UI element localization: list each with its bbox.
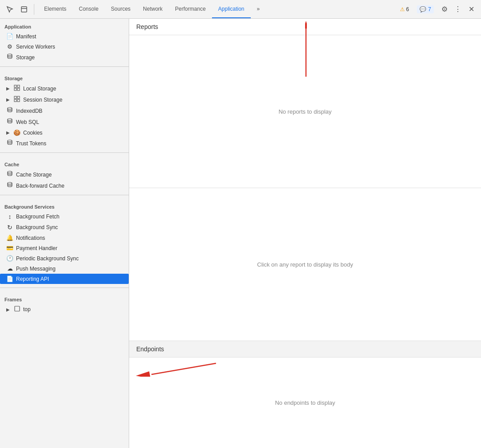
- sidebar-item-indexeddb[interactable]: IndexedDB: [0, 105, 129, 116]
- endpoints-empty-label: No endpoints to display: [275, 399, 335, 406]
- svg-rect-3: [14, 85, 16, 87]
- manifest-icon: 📄: [6, 33, 13, 40]
- more-icon[interactable]: ⋮: [452, 3, 464, 16]
- sidebar-item-notifications[interactable]: 🔔 Notifications: [0, 233, 129, 243]
- storage-label: Storage: [16, 54, 35, 61]
- svg-rect-9: [14, 99, 16, 102]
- svg-point-15: [8, 182, 12, 184]
- sidebar-item-periodic-bg-sync[interactable]: 🕐 Periodic Background Sync: [0, 253, 129, 263]
- periodic-bg-sync-label: Periodic Background Sync: [16, 255, 79, 262]
- dock-icon[interactable]: [18, 3, 30, 16]
- top-frame-label: top: [23, 306, 31, 312]
- endpoints-title: Endpoints: [136, 345, 164, 353]
- reports-title: Reports: [136, 23, 158, 30]
- web-sql-icon: [6, 118, 13, 126]
- web-sql-label: Web SQL: [16, 119, 39, 125]
- cursor-icon[interactable]: [4, 3, 16, 16]
- payment-handler-label: Payment Handler: [16, 245, 57, 251]
- section-background: Background Services: [0, 199, 129, 211]
- sidebar-item-manifest[interactable]: 📄 Manifest: [0, 31, 129, 41]
- warning-count: 6: [406, 6, 409, 12]
- svg-point-12: [8, 119, 12, 120]
- endpoints-body: No endpoints to display: [129, 358, 481, 448]
- section-frames: Frames: [0, 292, 129, 304]
- sidebar: Application 📄 Manifest ⚙ Service Workers…: [0, 19, 129, 448]
- periodic-bg-sync-icon: 🕐: [6, 255, 13, 262]
- sidebar-item-storage[interactable]: Storage: [0, 52, 129, 63]
- sidebar-item-top-frame[interactable]: ▶ top: [0, 304, 129, 315]
- divider-3: [0, 195, 129, 195]
- indexeddb-label: IndexedDB: [16, 108, 42, 114]
- tabs: Elements Console Sources Network Perform…: [38, 0, 395, 18]
- back-forward-cache-label: Back-forward Cache: [16, 183, 65, 189]
- sidebar-item-back-forward-cache[interactable]: Back-forward Cache: [0, 180, 129, 191]
- reporting-api-label: Reporting API: [16, 276, 49, 282]
- sidebar-item-web-sql[interactable]: Web SQL: [0, 116, 129, 127]
- sidebar-item-session-storage[interactable]: ▶ Session Storage: [0, 94, 129, 105]
- content-area: Reports No reports to display Click on a…: [129, 19, 481, 448]
- svg-rect-5: [14, 88, 16, 90]
- settings-icon[interactable]: ⚙: [438, 3, 451, 16]
- message-count: 7: [428, 6, 431, 12]
- push-messaging-icon: ☁: [6, 265, 13, 272]
- svg-point-14: [8, 171, 12, 173]
- body-hint-label: Click on any report to display its body: [257, 261, 353, 268]
- divider: [34, 4, 34, 15]
- section-cache: Cache: [0, 156, 129, 169]
- reporting-api-icon: 📄: [6, 275, 13, 282]
- sidebar-item-cookies[interactable]: ▶ 🍪 Cookies: [0, 127, 129, 138]
- storage-icon: [6, 53, 13, 61]
- frame-icon: [13, 306, 20, 313]
- close-icon[interactable]: ✕: [465, 3, 477, 16]
- expand-local-storage-icon: ▶: [6, 86, 10, 91]
- push-messaging-label: Push Messaging: [16, 266, 56, 272]
- expand-session-storage-icon: ▶: [6, 97, 10, 102]
- cache-storage-icon: [6, 171, 13, 178]
- divider-2: [0, 152, 129, 153]
- svg-rect-7: [14, 96, 16, 99]
- cookies-icon: 🍪: [13, 129, 20, 136]
- tab-sources[interactable]: Sources: [105, 0, 137, 18]
- svg-rect-16: [15, 306, 20, 311]
- tab-more[interactable]: »: [251, 0, 266, 18]
- expand-cookies-icon: ▶: [6, 130, 10, 135]
- tab-performance[interactable]: Performance: [169, 0, 212, 18]
- tab-console[interactable]: Console: [73, 0, 105, 18]
- background-fetch-icon: ↕: [6, 213, 13, 220]
- svg-point-13: [8, 140, 12, 142]
- tab-elements[interactable]: Elements: [38, 0, 73, 18]
- cache-storage-label: Cache Storage: [16, 172, 52, 178]
- sidebar-item-payment-handler[interactable]: 💳 Payment Handler: [0, 243, 129, 253]
- expand-top-icon: ▶: [6, 307, 10, 312]
- session-storage-label: Session Storage: [23, 97, 62, 103]
- svg-point-2: [8, 54, 12, 56]
- sidebar-item-push-messaging[interactable]: ☁ Push Messaging: [0, 263, 129, 274]
- sidebar-item-trust-tokens[interactable]: Trust Tokens: [0, 138, 129, 149]
- svg-rect-0: [21, 7, 27, 12]
- background-sync-icon: ↻: [6, 224, 13, 231]
- session-storage-icon: [13, 96, 20, 103]
- sidebar-item-background-fetch[interactable]: ↕ Background Fetch: [0, 211, 129, 222]
- sidebar-item-service-workers[interactable]: ⚙ Service Workers: [0, 41, 129, 52]
- svg-rect-10: [17, 99, 20, 102]
- tab-network[interactable]: Network: [137, 0, 169, 18]
- trust-tokens-label: Trust Tokens: [16, 140, 46, 147]
- local-storage-icon: [13, 85, 20, 92]
- indexeddb-icon: [6, 107, 13, 115]
- topbar-actions: ⚠ 6 💬 7 ⚙ ⋮ ✕: [396, 3, 477, 16]
- background-sync-label: Background Sync: [16, 224, 58, 230]
- tab-application[interactable]: Application: [212, 0, 251, 18]
- warning-badge[interactable]: ⚠ 6: [396, 5, 413, 14]
- sidebar-item-local-storage[interactable]: ▶ Local Storage: [0, 83, 129, 94]
- topbar: Elements Console Sources Network Perform…: [0, 0, 481, 19]
- endpoints-header: Endpoints: [129, 341, 481, 358]
- cookies-label: Cookies: [23, 130, 42, 136]
- sidebar-item-background-sync[interactable]: ↻ Background Sync: [0, 222, 129, 233]
- sidebar-item-reporting-api[interactable]: 📄 Reporting API: [0, 274, 129, 284]
- local-storage-label: Local Storage: [23, 86, 56, 92]
- svg-rect-6: [17, 88, 20, 90]
- message-badge[interactable]: 💬 7: [413, 4, 437, 15]
- trust-tokens-icon: [6, 140, 13, 147]
- manifest-label: Manifest: [16, 33, 36, 40]
- sidebar-item-cache-storage[interactable]: Cache Storage: [0, 169, 129, 180]
